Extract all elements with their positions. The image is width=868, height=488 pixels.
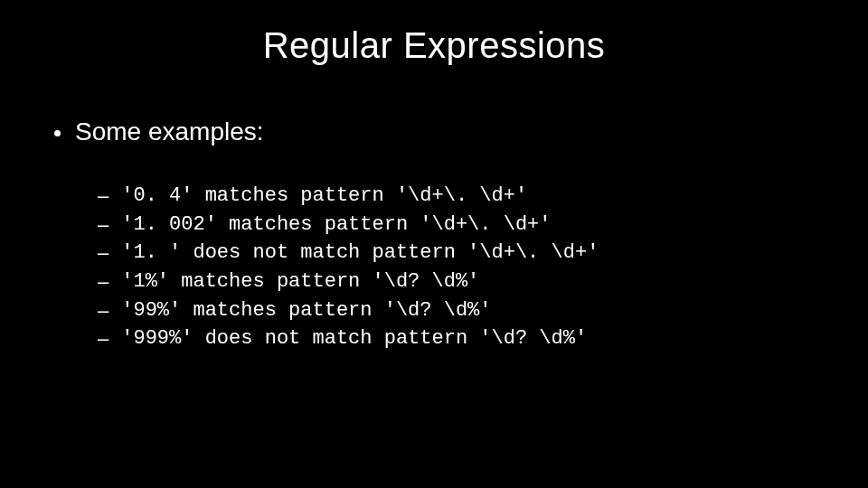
example-text: '1. 002' matches pattern '\d+\. \d+' bbox=[121, 211, 551, 239]
list-item: – '1. 002' matches pattern '\d+\. \d+' bbox=[98, 211, 814, 239]
slide: Regular Expressions Some examples: – '0.… bbox=[0, 0, 868, 488]
list-item: – '999%' does not match pattern '\d? \d%… bbox=[98, 325, 814, 352]
example-list: – '0. 4' matches pattern '\d+\. \d+' – '… bbox=[98, 183, 814, 352]
list-item: – '99%' matches pattern '\d? \d%' bbox=[98, 297, 814, 324]
dash-icon: – bbox=[98, 183, 108, 210]
example-text: '1%' matches pattern '\d? \d%' bbox=[121, 268, 479, 296]
example-text: '0. 4' matches pattern '\d+\. \d+' bbox=[121, 183, 527, 210]
dash-icon: – bbox=[98, 325, 108, 352]
dash-icon: – bbox=[98, 268, 108, 296]
list-item: – '1%' matches pattern '\d? \d%' bbox=[98, 268, 814, 296]
list-item: – '1. ' does not match pattern '\d+\. \d… bbox=[98, 239, 814, 267]
example-text: '99%' matches pattern '\d? \d%' bbox=[121, 297, 491, 324]
example-text: '1. ' does not match pattern '\d+\. \d+' bbox=[121, 239, 599, 267]
slide-body: Some examples: – '0. 4' matches pattern … bbox=[54, 117, 814, 354]
bullet-dot-icon bbox=[54, 130, 61, 136]
dash-icon: – bbox=[98, 239, 108, 267]
list-item: – '0. 4' matches pattern '\d+\. \d+' bbox=[98, 183, 814, 210]
bullet-level-1: Some examples: bbox=[54, 117, 814, 146]
bullet-text: Some examples: bbox=[75, 117, 264, 146]
slide-title: Regular Expressions bbox=[0, 25, 868, 66]
dash-icon: – bbox=[98, 211, 108, 239]
example-text: '999%' does not match pattern '\d? \d%' bbox=[121, 325, 587, 352]
dash-icon: – bbox=[98, 297, 108, 324]
